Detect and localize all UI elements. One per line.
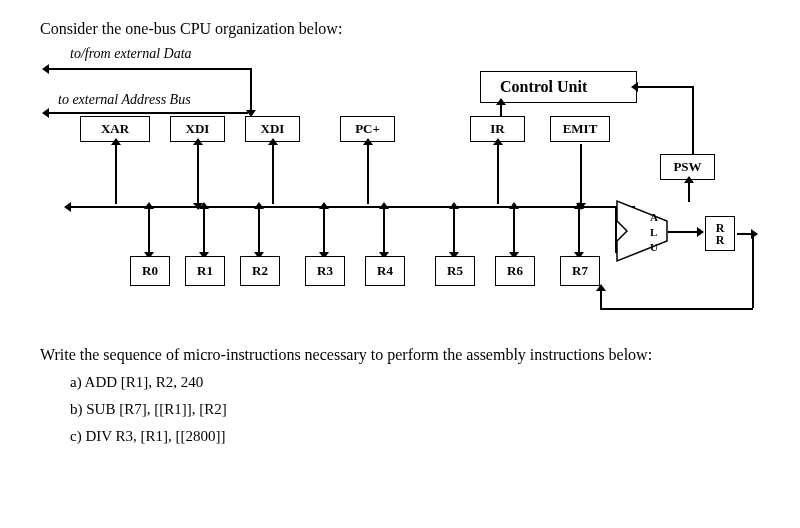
- box-r3: R3: [305, 256, 345, 286]
- label-alu-u: U: [650, 241, 658, 253]
- label-external-addr: to external Address Bus: [58, 92, 191, 108]
- box-r7: R7: [560, 256, 600, 286]
- intro-text: Consider the one-bus CPU organization be…: [40, 20, 760, 38]
- box-r6: R6: [495, 256, 535, 286]
- box-r0: R0: [130, 256, 170, 286]
- box-r1: R1: [185, 256, 225, 286]
- cpu-diagram: to/from external Data to external Addres…: [40, 46, 760, 326]
- box-emit: EMIT: [550, 116, 610, 142]
- option-a: a) ADD [R1], R2, 240: [70, 374, 760, 391]
- box-rr: R R: [705, 216, 735, 251]
- option-c: c) DIV R3, [R1], [[2800]]: [70, 428, 760, 445]
- label-rr-1: R: [716, 222, 725, 234]
- box-r2: R2: [240, 256, 280, 286]
- box-r5: R5: [435, 256, 475, 286]
- label-external-data: to/from external Data: [70, 46, 192, 62]
- box-r4: R4: [365, 256, 405, 286]
- option-b: b) SUB [R7], [[R1]], [R2]: [70, 401, 760, 418]
- question-text: Write the sequence of micro-instructions…: [40, 346, 760, 364]
- label-alu-l: L: [650, 226, 657, 238]
- label-rr-2: R: [716, 234, 725, 246]
- label-alu-a: A: [650, 211, 658, 223]
- svg-marker-0: [617, 201, 667, 261]
